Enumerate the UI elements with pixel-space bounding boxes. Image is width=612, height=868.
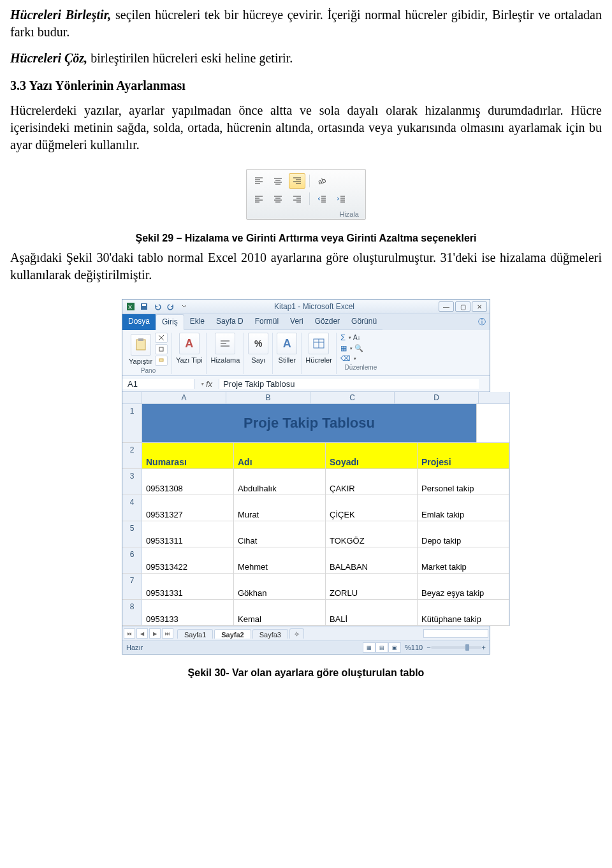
cell[interactable]: ÇAKIR (326, 469, 418, 495)
view-page-break-icon[interactable]: ▣ (388, 642, 401, 653)
cell[interactable]: BALİ (326, 600, 418, 625)
view-normal-icon[interactable]: ▦ (363, 642, 375, 653)
worksheet-grid[interactable]: A B C D 1 Proje Takip Tablosu 2 Numarası (122, 392, 509, 626)
copy-icon[interactable] (155, 344, 168, 354)
align-middle-button[interactable] (270, 173, 286, 189)
sheet-tab-2[interactable]: Sayfa2 (214, 629, 251, 639)
vertical-scrollbar[interactable] (509, 392, 510, 626)
cell[interactable]: Gökhan (234, 574, 326, 599)
tab-insert[interactable]: Ekle (184, 314, 210, 330)
cell[interactable]: Abdulhalık (234, 469, 326, 495)
row-header[interactable]: 7 (122, 574, 142, 599)
minimize-button[interactable]: — (439, 301, 454, 312)
row-header[interactable]: 6 (122, 547, 142, 573)
cell[interactable]: Depo takip (418, 521, 509, 547)
row-header[interactable]: 4 (122, 495, 142, 521)
sheet-nav-last[interactable]: ⏭ (162, 628, 173, 639)
cells-icon[interactable] (309, 333, 329, 354)
sheet-nav-next[interactable]: ▶ (149, 628, 161, 639)
undo-icon[interactable] (152, 301, 163, 312)
paste-icon[interactable] (131, 334, 151, 356)
redo-icon[interactable] (165, 301, 177, 312)
sheet-tab-1[interactable]: Sayfa1 (177, 629, 213, 639)
cell[interactable]: 09531327 (142, 495, 234, 521)
tab-layout[interactable]: Sayfa D (210, 314, 249, 330)
cell[interactable]: 0953133 (142, 600, 234, 625)
alignment-icon[interactable] (215, 333, 235, 354)
tab-formulas[interactable]: Formül (249, 314, 284, 330)
cut-icon[interactable] (155, 333, 168, 343)
decrease-indent-button[interactable] (314, 191, 330, 206)
cell[interactable]: ÇİÇEK (326, 495, 418, 521)
clear-icon[interactable]: ⌫ (340, 354, 351, 363)
orientation-button[interactable]: ab (314, 173, 330, 189)
zoom-slider[interactable] (431, 646, 482, 649)
cell[interactable]: Kütüphane takip (418, 600, 509, 625)
sheet-nav-first[interactable]: ⏮ (124, 628, 135, 639)
font-icon[interactable]: A (179, 333, 200, 354)
tab-file[interactable]: Dosya (122, 314, 156, 330)
qat-dropdown-icon[interactable] (178, 301, 190, 312)
tab-data[interactable]: Veri (284, 314, 309, 330)
merged-title-cell[interactable]: Proje Takip Tablosu (142, 404, 477, 442)
align-right-button[interactable] (289, 191, 305, 206)
col-D[interactable]: D (395, 392, 479, 403)
sheet-tab-3[interactable]: Sayfa3 (252, 629, 288, 639)
view-page-layout-icon[interactable]: ▤ (375, 642, 388, 653)
autosum-icon[interactable]: Σ (340, 333, 346, 342)
tab-view[interactable]: Görünü (346, 314, 382, 330)
cell[interactable]: TOKGÖZ (326, 521, 418, 547)
row-header[interactable]: 3 (122, 469, 142, 495)
align-top-button[interactable] (251, 173, 267, 189)
cell[interactable]: 09531311 (142, 521, 234, 547)
increase-indent-button[interactable] (333, 191, 349, 206)
format-painter-icon[interactable] (155, 356, 168, 366)
number-icon[interactable]: % (248, 333, 268, 354)
name-box[interactable]: A1 (122, 379, 194, 389)
header-cell[interactable]: Numarası (142, 443, 234, 468)
col-C[interactable]: C (310, 392, 395, 403)
styles-icon[interactable]: A (277, 333, 297, 354)
tab-home[interactable]: Giriş (156, 314, 184, 330)
row-header[interactable]: 8 (122, 600, 142, 625)
sheet-nav-prev[interactable]: ◀ (136, 628, 148, 639)
help-icon[interactable]: ⓘ (474, 314, 490, 330)
header-cell[interactable]: Soyadı (326, 443, 418, 468)
cell[interactable]: BALABAN (326, 547, 418, 573)
cell[interactable]: Market takip (418, 547, 509, 573)
zoom-out-button[interactable]: − (426, 644, 430, 651)
row-header[interactable]: 5 (122, 521, 142, 547)
header-cell[interactable]: Adı (234, 443, 326, 468)
row-header-1[interactable]: 1 (122, 404, 142, 442)
formula-input[interactable]: Proje Takip Tablosu (219, 379, 479, 389)
restore-button[interactable]: ▢ (455, 301, 470, 312)
cell[interactable]: 09531308 (142, 469, 234, 495)
cell[interactable]: 095313422 (142, 547, 234, 573)
align-bottom-button[interactable] (289, 173, 305, 189)
tab-review[interactable]: Gözder (309, 314, 346, 330)
cell[interactable]: Beyaz eşya takip (418, 574, 509, 599)
fill-icon[interactable]: ▦ (340, 344, 347, 352)
zoom-in-button[interactable]: + (482, 644, 486, 651)
align-center-button[interactable] (270, 191, 286, 206)
sheet-tab-new[interactable]: ✧ (289, 628, 304, 639)
select-all-corner[interactable] (122, 392, 142, 403)
cell[interactable]: Cihat (234, 521, 326, 547)
row-header-2[interactable]: 2 (122, 443, 142, 468)
cell[interactable]: Kemal (234, 600, 326, 625)
save-icon[interactable] (138, 301, 150, 312)
cell[interactable]: Murat (234, 495, 326, 521)
cell[interactable]: Mehmet (234, 547, 326, 573)
find-icon[interactable]: 🔍 (354, 344, 363, 352)
col-B[interactable]: B (226, 392, 310, 403)
sort-filter-icon[interactable]: A↓ (353, 334, 361, 341)
header-cell[interactable]: Projesi (418, 443, 509, 468)
cell[interactable]: ZORLU (326, 574, 418, 599)
cell[interactable]: Personel takip (418, 469, 509, 495)
cell[interactable]: Emlak takip (418, 495, 509, 521)
cell[interactable]: 09531331 (142, 574, 234, 599)
align-left-button[interactable] (251, 191, 267, 206)
horizontal-scrollbar[interactable] (423, 629, 488, 638)
col-A[interactable]: A (142, 392, 226, 403)
close-button[interactable]: ✕ (472, 301, 487, 312)
